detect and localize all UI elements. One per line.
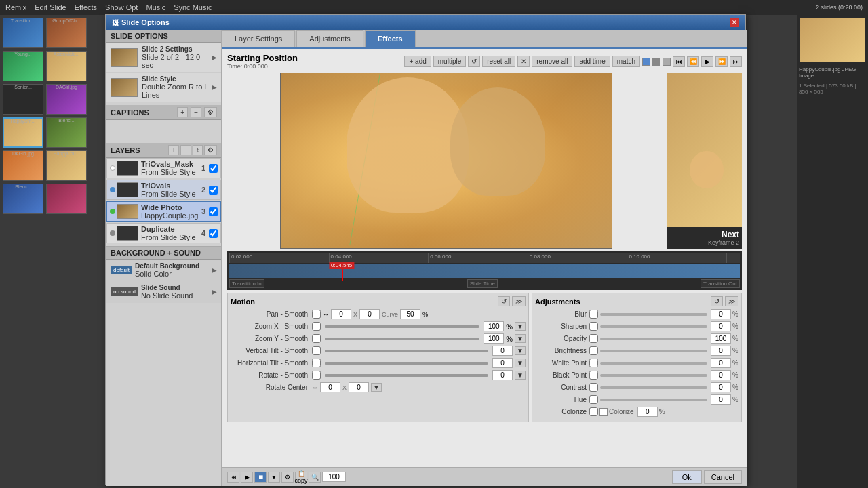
white-point-slider[interactable] — [600, 362, 707, 365]
slide-settings-item[interactable]: Slide 2 Settings Slide 2 of 2 - 12.0 sec… — [106, 43, 221, 73]
layer-2-checkbox[interactable] — [209, 186, 218, 195]
play-button[interactable]: ▶ — [701, 56, 713, 67]
zoom-y-expand[interactable]: ▼ — [515, 334, 526, 343]
layer-3-checkbox[interactable] — [209, 207, 218, 216]
pan-checkbox[interactable] — [312, 310, 321, 319]
ok-button[interactable]: Ok — [672, 470, 702, 484]
timeline-track[interactable]: 0:04.545 — [229, 264, 740, 278]
bottom-zoom-button[interactable]: 🔍 — [309, 472, 321, 483]
colorize-value[interactable] — [637, 407, 658, 417]
filmstrip-item-3[interactable]: Young... — [3, 51, 43, 81]
add-layer-button[interactable]: + — [168, 145, 179, 155]
layer-settings-button[interactable]: ⚙ — [204, 145, 217, 155]
colorize-checkbox[interactable] — [589, 407, 598, 416]
blur-checkbox[interactable] — [589, 310, 598, 319]
menu-edit-slide[interactable]: Edit Slide — [35, 3, 66, 12]
layer-1-checkbox[interactable] — [209, 164, 218, 173]
bottom-play-button[interactable]: ▶ — [241, 472, 253, 483]
layer-item-1[interactable]: TriOvals_Mask From Slide Style 1 — [106, 158, 221, 178]
multiple-button[interactable]: multiple — [433, 56, 466, 67]
motion-expand-button[interactable]: ≫ — [512, 296, 526, 306]
bottom-copy-button[interactable]: 📋 copy — [295, 472, 307, 483]
slide-style-item[interactable]: Slide Style Double Zoom R to L Lines ▶ — [106, 73, 221, 102]
hue-checkbox[interactable] — [589, 395, 598, 404]
pan-y-input[interactable] — [359, 309, 380, 319]
rotate-input[interactable] — [492, 370, 513, 380]
rotate-center-expand[interactable]: ▼ — [371, 383, 382, 392]
motion-reset-button[interactable]: ↺ — [498, 296, 510, 306]
sharpen-checkbox[interactable] — [589, 322, 598, 331]
rotate-checkbox[interactable] — [312, 371, 321, 380]
zoom-y-input[interactable] — [484, 333, 504, 344]
menu-show-opt[interactable]: Show Opt — [105, 3, 138, 12]
zoom-x-checkbox[interactable] — [312, 322, 321, 331]
colorize-color[interactable] — [599, 408, 608, 416]
layer-item-3[interactable]: Wide Photo HappyCouple.jpg 3 — [106, 201, 221, 222]
opacity-value[interactable] — [711, 333, 731, 344]
curve-input[interactable] — [400, 309, 420, 319]
color-square-3[interactable] — [663, 58, 671, 66]
filmstrip-item-11[interactable]: Blenc... — [3, 184, 43, 214]
white-point-value[interactable] — [711, 358, 731, 368]
rotate-slider[interactable] — [325, 374, 488, 377]
zoom-y-slider[interactable] — [325, 338, 479, 340]
cancel-button[interactable]: Cancel — [704, 470, 742, 484]
sharpen-value[interactable] — [711, 321, 731, 331]
rotate-expand[interactable]: ▼ — [515, 371, 526, 380]
rotate-center-y[interactable] — [349, 382, 369, 392]
htilt-expand[interactable]: ▼ — [515, 359, 526, 367]
reset-all-button[interactable]: reset all — [482, 56, 515, 67]
blur-value[interactable] — [711, 309, 731, 319]
adj-expand-button[interactable]: ≫ — [725, 296, 738, 306]
layer-item-4[interactable]: Duplicate From Slide Style 4 — [106, 223, 221, 243]
htilt-input[interactable] — [492, 358, 513, 368]
remove-caption-button[interactable]: − — [191, 107, 201, 117]
vtilt-input[interactable] — [492, 346, 513, 356]
bottom-prev-button[interactable]: ⏮ — [227, 472, 239, 483]
zoom-x-slider[interactable] — [325, 325, 479, 328]
caption-settings-button[interactable]: ⚙ — [204, 107, 217, 117]
prev-keyframe-button[interactable]: ⏮ — [673, 56, 685, 67]
sharpen-slider[interactable] — [600, 325, 707, 328]
menu-effects[interactable]: Effects — [75, 3, 97, 12]
contrast-value[interactable] — [711, 382, 731, 392]
bottom-gear-button[interactable]: ⚙ — [281, 472, 294, 483]
sound-item[interactable]: no sound Slide Sound No Slide Sound ▶ — [106, 281, 221, 303]
black-point-slider[interactable] — [600, 374, 707, 377]
contrast-checkbox[interactable] — [589, 383, 598, 392]
prev-button[interactable]: ⏪ — [687, 56, 699, 67]
filmstrip-item-2[interactable]: GroupOfCh... — [46, 18, 87, 48]
zoom-y-checkbox[interactable] — [312, 334, 321, 343]
menu-sync-music[interactable]: Sync Music — [174, 3, 212, 12]
opacity-slider[interactable] — [600, 338, 707, 340]
layer-item-2[interactable]: TriOvals From Slide Style 2 — [106, 180, 221, 200]
rotate-center-x[interactable] — [320, 382, 340, 392]
vtilt-checkbox[interactable] — [312, 346, 321, 355]
add-caption-button[interactable]: + — [177, 107, 188, 117]
tab-adjustments[interactable]: Adjustments — [296, 30, 363, 47]
vtilt-expand[interactable]: ▼ — [515, 346, 526, 355]
tab-layer-settings[interactable]: Layer Settings — [222, 30, 295, 47]
contrast-slider[interactable] — [600, 386, 707, 389]
menu-music[interactable]: Music — [146, 3, 165, 12]
next-button[interactable]: ⏩ — [715, 56, 728, 67]
hue-slider[interactable] — [600, 399, 707, 401]
brightness-checkbox[interactable] — [589, 346, 598, 355]
blur-slider[interactable] — [600, 313, 707, 316]
white-point-checkbox[interactable] — [589, 359, 598, 367]
filmstrip-item-6[interactable]: DAGirl.jpg — [46, 84, 87, 115]
opacity-checkbox[interactable] — [589, 334, 598, 343]
add-time-button[interactable]: add time — [574, 56, 610, 67]
filmstrip-item-8[interactable]: Blenc... — [46, 117, 87, 148]
match-button[interactable]: match — [612, 56, 640, 67]
menu-remix[interactable]: Remix — [5, 3, 26, 12]
reset-icon-button[interactable]: ↺ — [468, 56, 480, 67]
filmstrip-item-4[interactable]: AsianMale... — [46, 51, 87, 81]
filmstrip-item-1[interactable]: Transition... — [3, 18, 43, 48]
color-square-2[interactable] — [652, 58, 660, 66]
brightness-value[interactable] — [711, 346, 731, 356]
remove-all-button[interactable]: remove all — [532, 56, 572, 67]
remove-layer-button[interactable]: − — [180, 145, 191, 155]
zoom-input[interactable]: 100 — [322, 472, 346, 482]
bottom-heart-button[interactable]: ♥ — [268, 472, 280, 483]
